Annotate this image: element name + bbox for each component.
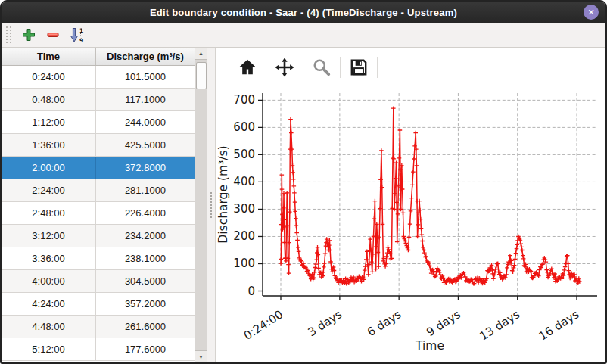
- discharge-cell[interactable]: 117.1000: [96, 89, 195, 110]
- sort-rows-button[interactable]: 1 9: [67, 25, 87, 45]
- discharge-cell[interactable]: 101.5000: [96, 66, 195, 88]
- table-row[interactable]: 4:48:00261.6000: [2, 316, 195, 338]
- discharge-cell[interactable]: 226.4000: [96, 202, 195, 224]
- table-row[interactable]: 3:12:00234.2000: [2, 225, 195, 247]
- pan-arrows-icon: [275, 58, 294, 77]
- discharge-cell[interactable]: 372.8000: [96, 157, 195, 179]
- toolbar-separator: [266, 57, 266, 78]
- svg-text:Time: Time: [415, 339, 444, 353]
- column-header-time[interactable]: Time: [2, 48, 96, 65]
- table-row[interactable]: 1:12:00244.0000: [2, 111, 195, 134]
- discharge-cell[interactable]: 357.2000: [96, 293, 195, 315]
- svg-text:200: 200: [233, 229, 255, 243]
- toolbar-separator: [229, 57, 229, 78]
- time-cell[interactable]: 2:48:00: [2, 202, 96, 224]
- time-cell[interactable]: 1:36:00: [2, 134, 96, 156]
- toolbar-separator: [340, 57, 341, 78]
- scroll-up-icon[interactable]: ▲: [195, 48, 207, 60]
- discharge-cell[interactable]: 304.5000: [96, 270, 195, 292]
- toolbar-drag-handle[interactable]: [6, 26, 11, 43]
- window-title: Edit boundary condition - Saar - (4) (Ti…: [150, 7, 457, 18]
- svg-text:700: 700: [233, 93, 255, 107]
- time-cell[interactable]: 0:24:00: [2, 66, 96, 88]
- home-view-button[interactable]: [235, 54, 260, 80]
- table-header-row: Time Discharge (m³/s): [2, 48, 195, 66]
- toolbar-separator: [377, 57, 378, 78]
- discharge-cell[interactable]: 244.0000: [96, 111, 195, 133]
- scrollbar-thumb[interactable]: [196, 62, 207, 89]
- table-row[interactable]: 3:36:00238.1000: [2, 247, 195, 270]
- time-cell[interactable]: 3:36:00: [2, 247, 96, 269]
- discharge-cell[interactable]: 261.6000: [96, 316, 195, 338]
- plot-nav-toolbar: [216, 48, 605, 87]
- scroll-down-icon[interactable]: ▼: [195, 350, 207, 362]
- chart-panel: 01002003004005006007000:24:003 days6 day…: [215, 48, 605, 362]
- table-body: 0:24:00101.50000:48:00117.10001:12:00244…: [2, 66, 195, 362]
- magnifier-icon: [312, 58, 332, 77]
- plus-icon: [21, 27, 36, 42]
- svg-text:0: 0: [247, 285, 255, 298]
- save-floppy-icon: [349, 58, 369, 77]
- save-figure-button[interactable]: [346, 54, 372, 80]
- panel-splitter[interactable]: [207, 48, 215, 362]
- remove-row-button[interactable]: [43, 25, 63, 45]
- svg-text:1: 1: [79, 27, 83, 34]
- time-cell[interactable]: 2:00:00: [2, 157, 96, 179]
- edit-boundary-condition-dialog: Edit boundary condition - Saar - (4) (Ti…: [0, 0, 607, 364]
- svg-text:600: 600: [233, 120, 255, 134]
- toolbar-separator: [303, 57, 304, 78]
- table-row[interactable]: 5:12:00177.6000: [2, 338, 195, 361]
- discharge-cell[interactable]: 234.2000: [96, 225, 195, 247]
- table-row[interactable]: 0:48:00117.1000: [2, 89, 195, 111]
- time-cell[interactable]: 1:12:00: [2, 111, 96, 133]
- time-cell[interactable]: 4:48:00: [2, 316, 96, 338]
- plot-canvas[interactable]: 01002003004005006007000:24:003 days6 day…: [216, 87, 606, 363]
- edit-toolbar: 1 9: [2, 23, 605, 48]
- time-cell[interactable]: 0:48:00: [2, 89, 96, 110]
- figure-area: 01002003004005006007000:24:003 days6 day…: [216, 87, 605, 362]
- table-row[interactable]: 1:36:00425.5000: [2, 134, 195, 157]
- svg-text:400: 400: [233, 175, 255, 188]
- splitter-grip-icon: [210, 192, 213, 218]
- table-scrollbar: ▲ ▼: [195, 48, 207, 362]
- table-row[interactable]: 2:48:00226.4000: [2, 202, 195, 225]
- add-row-button[interactable]: [19, 25, 39, 45]
- table-row[interactable]: 0:24:00101.5000: [2, 66, 195, 89]
- svg-text:500: 500: [233, 148, 255, 161]
- time-cell[interactable]: 2:24:00: [2, 179, 96, 201]
- svg-text:100: 100: [233, 257, 255, 270]
- pan-button[interactable]: [272, 54, 297, 80]
- home-icon: [238, 58, 257, 77]
- table-row[interactable]: 2:24:00281.1000: [2, 179, 195, 202]
- discharge-cell[interactable]: 425.5000: [96, 134, 195, 156]
- table-row[interactable]: 2:00:00372.8000: [2, 157, 195, 179]
- timeseries-table: Time Discharge (m³/s) 0:24:00101.50000:4…: [2, 48, 195, 362]
- discharge-cell[interactable]: 281.1000: [96, 179, 195, 201]
- close-icon[interactable]: ✕: [584, 5, 599, 20]
- time-cell[interactable]: 5:12:00: [2, 338, 96, 360]
- discharge-cell[interactable]: 238.1000: [96, 247, 195, 269]
- column-header-discharge[interactable]: Discharge (m³/s): [96, 48, 195, 65]
- table-row[interactable]: 4:24:00357.2000: [2, 293, 195, 316]
- svg-text:Discharge (m³/s): Discharge (m³/s): [216, 145, 230, 243]
- time-cell[interactable]: 3:12:00: [2, 225, 96, 247]
- minus-icon: [45, 27, 61, 42]
- zoom-rect-button[interactable]: [309, 54, 335, 80]
- svg-text:9: 9: [79, 37, 83, 43]
- main-area: Time Discharge (m³/s) 0:24:00101.50000:4…: [2, 48, 605, 362]
- table-row[interactable]: 4:00:00304.5000: [2, 270, 195, 293]
- svg-text:300: 300: [233, 202, 255, 216]
- time-cell[interactable]: 4:24:00: [2, 293, 96, 315]
- time-cell[interactable]: 4:00:00: [2, 270, 96, 292]
- discharge-cell[interactable]: 177.6000: [96, 338, 195, 360]
- sort-ascending-icon: 1 9: [69, 26, 86, 43]
- title-bar: Edit boundary condition - Saar - (4) (Ti…: [2, 2, 605, 23]
